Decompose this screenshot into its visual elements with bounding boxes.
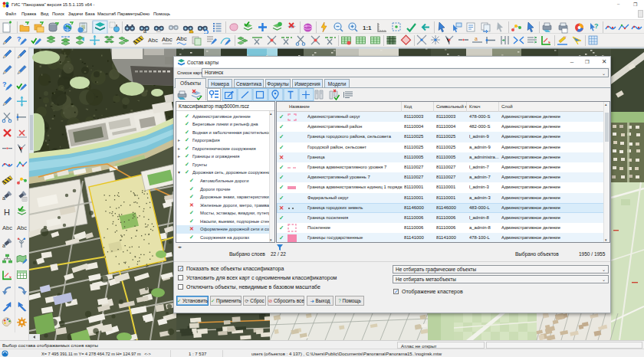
svg-text:?: ?	[594, 22, 599, 30]
svg-text:H: H	[4, 208, 10, 217]
svg-text:1:1: 1:1	[363, 25, 372, 31]
svg-text:?: ?	[17, 35, 21, 43]
svg-text:...: ...	[156, 28, 161, 33]
svg-text:a: a	[2, 195, 5, 201]
svg-text:a: a	[2, 243, 5, 248]
svg-text:?: ?	[2, 80, 7, 88]
svg-text:Abc: Abc	[176, 35, 187, 42]
svg-text:a: a	[475, 36, 478, 41]
svg-text:Abc: Abc	[2, 224, 12, 231]
svg-text:Abc: Abc	[148, 37, 158, 44]
svg-text:Abc: Abc	[17, 224, 27, 231]
svg-text:a: a	[143, 28, 146, 34]
svg-text:Abc: Abc	[162, 36, 172, 43]
